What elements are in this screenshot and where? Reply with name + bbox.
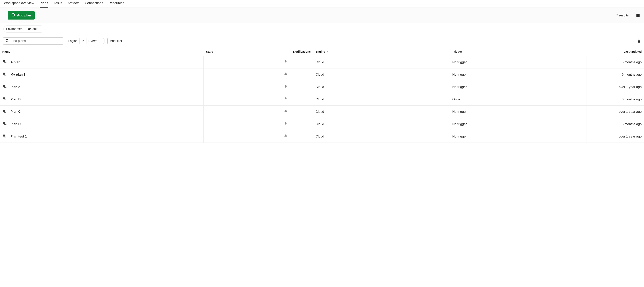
environment-label: Environment xyxy=(4,27,26,31)
add-plan-button[interactable]: Add plan xyxy=(8,11,34,20)
add-plan-label: Add plan xyxy=(17,14,31,18)
plan-engine: Cloud xyxy=(313,81,450,93)
col-engine[interactable]: Engine ▲ xyxy=(313,47,450,56)
tab-workspace-overview[interactable]: Workspace overview xyxy=(4,0,34,8)
svg-rect-12 xyxy=(3,73,6,75)
plan-trigger: No trigger xyxy=(450,130,586,143)
filter-bar: Engine In Cloud Add filter xyxy=(0,35,644,47)
plan-last-updated: 6 months ago xyxy=(587,68,644,81)
add-filter-label: Add filter xyxy=(110,39,122,43)
tab-connections[interactable]: Connections xyxy=(85,0,103,8)
plan-last-updated: over 1 year ago xyxy=(587,130,644,143)
filter-chip-field: Engine xyxy=(66,39,80,43)
plan-icon xyxy=(2,97,7,102)
col-notifications[interactable]: Notifications xyxy=(258,47,313,56)
plan-name: A plan xyxy=(10,60,20,64)
col-name[interactable]: Name xyxy=(0,47,204,56)
tab-tasks[interactable]: Tasks xyxy=(54,0,62,8)
plan-last-updated: over 1 year ago xyxy=(587,106,644,118)
plan-engine: Cloud xyxy=(313,118,450,130)
svg-rect-16 xyxy=(3,122,6,124)
plan-icon xyxy=(2,84,7,90)
col-trigger[interactable]: Trigger xyxy=(450,47,586,56)
plan-state xyxy=(204,106,258,118)
filter-chip-remove[interactable] xyxy=(98,40,105,42)
plan-state xyxy=(204,68,258,81)
svg-rect-17 xyxy=(3,134,6,136)
bell-icon[interactable] xyxy=(284,134,288,138)
table-row[interactable]: Plan test 1 Cloud No trigger over 1 year… xyxy=(0,130,644,143)
plan-icon xyxy=(2,109,7,114)
table-row[interactable]: My plan 1 Cloud No trigger 6 months ago xyxy=(0,68,644,81)
table-row[interactable]: Plan B Cloud Once 6 months ago xyxy=(0,93,644,106)
plan-icon xyxy=(2,122,7,127)
col-state[interactable]: State xyxy=(204,47,258,56)
plan-engine: Cloud xyxy=(313,130,450,143)
plan-name: Plan C xyxy=(10,110,21,114)
col-last-updated[interactable]: Last updated xyxy=(587,47,644,56)
bell-icon[interactable] xyxy=(284,72,288,76)
plan-name: Plan 2 xyxy=(10,85,20,89)
bell-icon[interactable] xyxy=(284,60,288,64)
table-header-row: Name State Notifications Engine ▲ Trigge… xyxy=(0,47,644,56)
tab-artifacts[interactable]: Artifacts xyxy=(68,0,79,8)
search-box[interactable] xyxy=(3,37,63,45)
table-row[interactable]: Plan D Cloud No trigger 6 months ago xyxy=(0,118,644,130)
tab-plans[interactable]: Plans xyxy=(40,0,48,8)
sort-asc-icon: ▲ xyxy=(326,50,328,53)
divider xyxy=(632,13,632,18)
svg-rect-14 xyxy=(3,98,6,100)
filter-chip-engine[interactable]: Engine In Cloud xyxy=(66,38,105,44)
add-filter-button[interactable]: Add filter xyxy=(108,38,130,44)
plan-name: Plan test 1 xyxy=(10,134,27,138)
chevron-down-icon xyxy=(39,27,42,31)
svg-rect-10 xyxy=(638,40,640,40)
environment-selector[interactable]: Environment default xyxy=(4,26,44,32)
svg-point-6 xyxy=(6,39,8,42)
table-row[interactable]: Plan C Cloud No trigger over 1 year ago xyxy=(0,106,644,118)
plan-state xyxy=(204,130,258,143)
plan-trigger: No trigger xyxy=(450,118,586,130)
plan-icon xyxy=(2,72,7,77)
plan-state xyxy=(204,81,258,93)
col-engine-label: Engine xyxy=(316,50,325,53)
chevron-down-icon xyxy=(124,39,127,43)
clear-filters-icon[interactable] xyxy=(637,39,641,43)
plan-trigger: No trigger xyxy=(450,81,586,93)
plan-name: Plan B xyxy=(10,98,21,101)
bell-icon[interactable] xyxy=(284,122,288,126)
plan-last-updated: over 1 year ago xyxy=(587,81,644,93)
plan-name: Plan D xyxy=(10,122,21,126)
columns-icon[interactable] xyxy=(636,13,640,18)
plan-state xyxy=(204,118,258,130)
bell-icon[interactable] xyxy=(284,97,288,101)
svg-rect-11 xyxy=(3,60,6,62)
plan-engine: Cloud xyxy=(313,68,450,81)
plan-last-updated: 6 months ago xyxy=(587,118,644,130)
tab-resources[interactable]: Resources xyxy=(108,0,124,8)
plan-name: My plan 1 xyxy=(10,73,25,76)
bell-icon[interactable] xyxy=(284,109,288,113)
plus-circle-icon xyxy=(11,13,15,18)
plan-icon xyxy=(2,134,7,139)
plan-trigger: Once xyxy=(450,93,586,106)
bell-icon[interactable] xyxy=(284,84,288,88)
table-row[interactable]: Plan 2 Cloud No trigger over 1 year ago xyxy=(0,81,644,93)
environment-bar: Environment default xyxy=(0,23,644,35)
plan-icon xyxy=(2,60,7,65)
plan-engine: Cloud xyxy=(313,56,450,68)
svg-rect-15 xyxy=(3,110,6,112)
filter-chip-operator: In xyxy=(82,39,84,43)
results-count: 7 results xyxy=(616,14,629,18)
action-bar: Add plan 7 results xyxy=(0,8,644,23)
plan-trigger: No trigger xyxy=(450,56,586,68)
plan-trigger: No trigger xyxy=(450,106,586,118)
plan-trigger: No trigger xyxy=(450,68,586,81)
table-row[interactable]: A plan Cloud No trigger 5 months ago xyxy=(0,56,644,68)
plan-last-updated: 5 months ago xyxy=(587,56,644,68)
plan-engine: Cloud xyxy=(313,106,450,118)
filter-chip-value: Cloud xyxy=(88,39,96,43)
plan-state xyxy=(204,93,258,106)
search-input[interactable] xyxy=(11,39,61,43)
plan-state xyxy=(204,56,258,68)
